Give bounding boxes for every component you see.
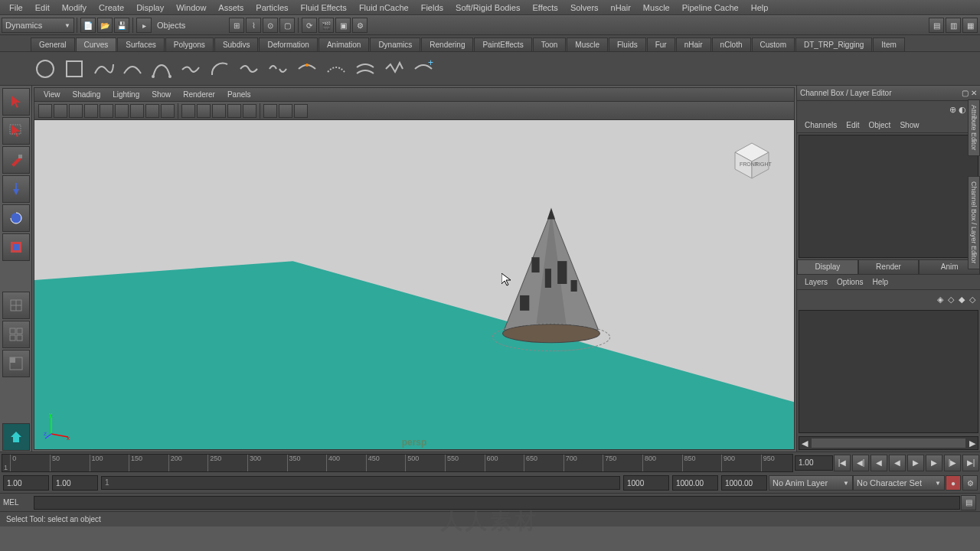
vp-wireframe-icon[interactable] — [181, 104, 195, 118]
shelf-tab-fur[interactable]: Fur — [647, 37, 675, 51]
new-scene-icon[interactable]: 📄 — [80, 18, 96, 33]
side-tab-attribute-editor[interactable]: Attribute Editor — [968, 99, 980, 156]
shelf-tab-rendering[interactable]: Rendering — [421, 37, 473, 51]
manip-icon[interactable]: ⊕ — [949, 105, 956, 115]
prefs-icon[interactable]: ⚙ — [962, 475, 978, 491]
go-start-icon[interactable]: |◀ — [834, 455, 851, 471]
vp-menu-view[interactable]: View — [38, 90, 67, 99]
time-ruler[interactable]: 0 50 100 150 200 250 300 350 400 450 500… — [2, 454, 793, 472]
vp-xray-icon[interactable] — [279, 104, 292, 118]
character-set-dropdown[interactable]: No Character Set — [853, 475, 945, 491]
vp-grease-icon[interactable] — [100, 104, 113, 118]
move-tool[interactable] — [2, 175, 30, 203]
vp-textured-icon[interactable] — [212, 104, 226, 118]
vp-isolate-icon[interactable] — [263, 104, 277, 118]
vp-menu-lighting[interactable]: Lighting — [106, 90, 145, 99]
range-slider[interactable] — [101, 476, 620, 490]
scroll-right-icon[interactable]: ▶ — [967, 439, 978, 448]
layer-menu-layers[interactable]: Layers — [800, 278, 832, 286]
square-curve-icon[interactable] — [61, 56, 87, 82]
vp-menu-shading[interactable]: Shading — [67, 90, 107, 99]
open-scene-icon[interactable]: 📂 — [97, 18, 113, 33]
shelf-tab-custom[interactable]: Custom — [752, 37, 795, 51]
insert-knot-icon[interactable] — [294, 56, 320, 82]
menu-muscle[interactable]: Muscle — [637, 2, 676, 14]
vp-film-gate-icon[interactable] — [130, 104, 144, 118]
cmd-input[interactable] — [34, 496, 960, 510]
snap-plane-icon[interactable]: ▢ — [279, 18, 295, 33]
vp-grid-icon[interactable] — [115, 104, 129, 118]
step-back-icon[interactable]: ◀ — [871, 455, 887, 471]
vp-menu-renderer[interactable]: Renderer — [177, 90, 221, 99]
layer-new-empty-icon[interactable]: ◇ — [948, 295, 954, 305]
play-end-field[interactable]: 1000 — [623, 475, 669, 491]
vp-resolution-icon[interactable] — [145, 104, 159, 118]
toggle-tool-icon[interactable]: ▦ — [962, 18, 978, 33]
ep-curve-icon[interactable] — [90, 56, 116, 82]
shelf-tab-painteffects[interactable]: PaintEffects — [474, 37, 531, 51]
add-points-icon[interactable]: + — [410, 56, 436, 82]
vp-shadows-icon[interactable] — [243, 104, 256, 118]
layer-menu-help[interactable]: Help — [867, 278, 893, 286]
anim-start-field[interactable]: 1.00 — [3, 475, 49, 491]
play-start-field[interactable]: 1.00 — [52, 475, 98, 491]
circle-curve-icon[interactable] — [32, 56, 58, 82]
shelf-tab-ncloth[interactable]: nCloth — [712, 37, 751, 51]
vp-lights-icon[interactable] — [227, 104, 241, 118]
arc-curve-icon[interactable] — [207, 56, 233, 82]
anim-end-field[interactable]: 1000.00 — [672, 475, 718, 491]
toggle-panel-icon[interactable]: ▤ — [929, 18, 944, 33]
scale-tool[interactable] — [2, 233, 30, 261]
attach-curve-icon[interactable] — [236, 56, 262, 82]
rotate-tool[interactable] — [2, 204, 30, 232]
vp-2d-pan-icon[interactable] — [84, 104, 98, 118]
shelf-tab-toon[interactable]: Toon — [533, 37, 567, 51]
shelf-tab-dtrprigging[interactable]: DT_TRP_Rigging — [795, 37, 872, 51]
vp-gate-mask-icon[interactable] — [161, 104, 175, 118]
vp-bookmark-icon[interactable] — [54, 104, 67, 118]
layer-tab-render[interactable]: Render — [858, 259, 920, 275]
shelf-tab-subdivs[interactable]: Subdivs — [214, 37, 259, 51]
menu-window[interactable]: Window — [170, 2, 212, 14]
shelf-tab-muscle[interactable]: Muscle — [567, 37, 608, 51]
vp-xray-joints-icon[interactable] — [294, 104, 308, 118]
vp-image-plane-icon[interactable] — [69, 104, 83, 118]
anim-total-field[interactable]: 1000.00 — [721, 475, 767, 491]
cv-curve-icon[interactable] — [119, 56, 145, 82]
menu-modify[interactable]: Modify — [56, 2, 93, 14]
layout-persp-icon[interactable] — [2, 350, 30, 377]
save-scene-icon[interactable]: 💾 — [114, 18, 129, 33]
toggle-attr-icon[interactable]: ▥ — [946, 18, 961, 33]
vp-shaded-icon[interactable] — [197, 104, 211, 118]
show-manip-tool[interactable] — [2, 292, 30, 319]
vp-menu-panels[interactable]: Panels — [221, 90, 257, 99]
snap-curve-icon[interactable]: ⌇ — [246, 18, 261, 33]
selection-mask-icon[interactable]: ▸ — [136, 18, 152, 33]
script-editor-icon[interactable]: ▤ — [961, 495, 976, 510]
shelf-tab-fluids[interactable]: Fluids — [609, 37, 646, 51]
offset-curve-icon[interactable] — [352, 56, 378, 82]
shelf-tab-nhair[interactable]: nHair — [676, 37, 711, 51]
cmd-lang-label[interactable]: MEL — [3, 498, 34, 507]
viewcube[interactable]: FRONT RIGHT — [729, 139, 775, 181]
menu-softrigid[interactable]: Soft/Rigid Bodies — [449, 2, 526, 14]
menu-effects[interactable]: Effects — [526, 2, 564, 14]
h-scrollbar[interactable] — [812, 439, 965, 448]
panel-minimize-icon[interactable]: ▢ — [962, 89, 969, 97]
speed-icon[interactable]: ◐ — [959, 105, 966, 115]
select-tool[interactable] — [2, 88, 30, 116]
menu-file[interactable]: File — [3, 2, 29, 14]
shelf-tab-surfaces[interactable]: Surfaces — [117, 37, 164, 51]
pencil-curve-icon[interactable] — [178, 56, 204, 82]
panel-close-icon[interactable]: ✕ — [971, 89, 977, 97]
rebuild-curve-icon[interactable] — [381, 56, 407, 82]
ch-menu-edit[interactable]: Edit — [841, 121, 864, 129]
step-back-key-icon[interactable]: ◀| — [852, 455, 869, 471]
shelf-tab-item[interactable]: Item — [873, 37, 904, 51]
layer-add-icon[interactable]: ◆ — [959, 295, 965, 305]
menu-help[interactable]: Help — [745, 2, 775, 14]
menu-nhair[interactable]: nHair — [605, 2, 637, 14]
ch-menu-show[interactable]: Show — [895, 121, 923, 129]
shelf-tab-animation[interactable]: Animation — [318, 37, 369, 51]
shelf-tab-general[interactable]: General — [31, 37, 75, 51]
